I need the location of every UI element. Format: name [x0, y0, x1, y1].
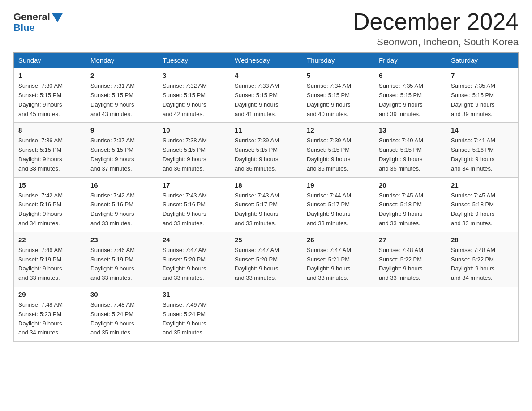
day-number: 24 [163, 236, 225, 244]
day-info: Sunrise: 7:40 AM Sunset: 5:15 PM Dayligh… [379, 136, 442, 173]
calendar-cell: 29 Sunrise: 7:48 AM Sunset: 5:23 PM Dayl… [14, 287, 86, 341]
calendar-cell: 13 Sunrise: 7:40 AM Sunset: 5:15 PM Dayl… [374, 123, 446, 177]
day-info: Sunrise: 7:39 AM Sunset: 5:15 PM Dayligh… [307, 136, 369, 173]
month-title: December 2024 [353, 9, 519, 34]
day-number: 4 [235, 72, 297, 79]
calendar-cell: 25 Sunrise: 7:47 AM Sunset: 5:20 PM Dayl… [230, 232, 302, 287]
day-info: Sunrise: 7:35 AM Sunset: 5:15 PM Dayligh… [379, 81, 442, 119]
day-info: Sunrise: 7:43 AM Sunset: 5:17 PM Dayligh… [235, 191, 297, 228]
calendar-table: SundayMondayTuesdayWednesdayThursdayFrid… [13, 52, 519, 342]
day-number: 13 [379, 126, 442, 134]
header-monday: Monday [86, 53, 158, 68]
calendar-cell: 26 Sunrise: 7:47 AM Sunset: 5:21 PM Dayl… [302, 232, 374, 287]
day-info: Sunrise: 7:33 AM Sunset: 5:15 PM Dayligh… [235, 81, 297, 119]
calendar-cell [230, 287, 302, 341]
calendar-cell: 27 Sunrise: 7:48 AM Sunset: 5:22 PM Dayl… [374, 232, 446, 287]
location: Seonwon, Incheon, South Korea [353, 36, 519, 48]
calendar-week-2: 8 Sunrise: 7:36 AM Sunset: 5:15 PM Dayli… [14, 123, 519, 177]
day-info: Sunrise: 7:31 AM Sunset: 5:15 PM Dayligh… [90, 81, 153, 119]
calendar-cell: 11 Sunrise: 7:39 AM Sunset: 5:15 PM Dayl… [230, 123, 302, 177]
calendar-cell [302, 287, 374, 341]
day-number: 23 [90, 236, 153, 244]
day-number: 17 [163, 181, 225, 189]
day-info: Sunrise: 7:47 AM Sunset: 5:21 PM Dayligh… [307, 246, 369, 283]
calendar-cell: 9 Sunrise: 7:37 AM Sunset: 5:15 PM Dayli… [86, 123, 158, 177]
day-number: 6 [379, 72, 442, 79]
day-number: 19 [307, 181, 369, 189]
logo-blue-text: Blue [13, 22, 35, 34]
calendar-cell: 14 Sunrise: 7:41 AM Sunset: 5:16 PM Dayl… [446, 123, 519, 177]
logo-triangle-icon [51, 13, 63, 22]
day-number: 9 [90, 126, 153, 134]
header-wednesday: Wednesday [230, 53, 302, 68]
day-number: 3 [163, 72, 225, 79]
calendar-week-5: 29 Sunrise: 7:48 AM Sunset: 5:23 PM Dayl… [14, 287, 519, 341]
logo-general-text: General [13, 11, 50, 23]
day-info: Sunrise: 7:48 AM Sunset: 5:22 PM Dayligh… [379, 246, 442, 283]
day-number: 26 [307, 236, 369, 244]
day-info: Sunrise: 7:47 AM Sunset: 5:20 PM Dayligh… [235, 246, 297, 283]
day-info: Sunrise: 7:34 AM Sunset: 5:15 PM Dayligh… [307, 81, 369, 119]
day-number: 16 [90, 181, 153, 189]
logo: General Blue [13, 9, 63, 34]
calendar-cell [374, 287, 446, 341]
calendar-week-4: 22 Sunrise: 7:46 AM Sunset: 5:19 PM Dayl… [14, 232, 519, 287]
day-info: Sunrise: 7:41 AM Sunset: 5:16 PM Dayligh… [451, 136, 514, 173]
day-info: Sunrise: 7:35 AM Sunset: 5:15 PM Dayligh… [451, 81, 514, 119]
day-info: Sunrise: 7:39 AM Sunset: 5:15 PM Dayligh… [235, 136, 297, 173]
day-number: 11 [235, 126, 297, 134]
day-number: 7 [451, 72, 514, 79]
day-info: Sunrise: 7:42 AM Sunset: 5:16 PM Dayligh… [18, 191, 81, 228]
day-number: 27 [379, 236, 442, 244]
day-number: 20 [379, 181, 442, 189]
day-number: 30 [90, 291, 153, 298]
day-info: Sunrise: 7:45 AM Sunset: 5:18 PM Dayligh… [379, 191, 442, 228]
header-friday: Friday [374, 53, 446, 68]
calendar-cell: 2 Sunrise: 7:31 AM Sunset: 5:15 PM Dayli… [86, 68, 158, 123]
day-number: 14 [451, 126, 514, 134]
day-info: Sunrise: 7:36 AM Sunset: 5:15 PM Dayligh… [18, 136, 81, 173]
day-info: Sunrise: 7:43 AM Sunset: 5:16 PM Dayligh… [163, 191, 225, 228]
calendar-cell: 28 Sunrise: 7:48 AM Sunset: 5:22 PM Dayl… [446, 232, 519, 287]
title-section: December 2024 Seonwon, Incheon, South Ko… [353, 9, 519, 48]
day-info: Sunrise: 7:32 AM Sunset: 5:15 PM Dayligh… [163, 81, 225, 119]
calendar-week-3: 15 Sunrise: 7:42 AM Sunset: 5:16 PM Dayl… [14, 177, 519, 232]
calendar-cell: 10 Sunrise: 7:38 AM Sunset: 5:15 PM Dayl… [158, 123, 230, 177]
day-info: Sunrise: 7:44 AM Sunset: 5:17 PM Dayligh… [307, 191, 369, 228]
calendar-body: 1 Sunrise: 7:30 AM Sunset: 5:15 PM Dayli… [14, 68, 519, 342]
header-tuesday: Tuesday [158, 53, 230, 68]
day-number: 29 [18, 291, 81, 298]
calendar-cell: 17 Sunrise: 7:43 AM Sunset: 5:16 PM Dayl… [158, 177, 230, 232]
calendar-cell: 30 Sunrise: 7:48 AM Sunset: 5:24 PM Dayl… [86, 287, 158, 341]
calendar-cell: 18 Sunrise: 7:43 AM Sunset: 5:17 PM Dayl… [230, 177, 302, 232]
calendar-cell: 12 Sunrise: 7:39 AM Sunset: 5:15 PM Dayl… [302, 123, 374, 177]
day-number: 25 [235, 236, 297, 244]
calendar-cell: 1 Sunrise: 7:30 AM Sunset: 5:15 PM Dayli… [14, 68, 86, 123]
day-info: Sunrise: 7:49 AM Sunset: 5:24 PM Dayligh… [163, 300, 225, 338]
day-number: 15 [18, 181, 81, 189]
day-number: 8 [18, 126, 81, 134]
calendar-cell [446, 287, 519, 341]
page-header: General Blue December 2024 Seonwon, Inch… [13, 9, 519, 48]
day-info: Sunrise: 7:38 AM Sunset: 5:15 PM Dayligh… [163, 136, 225, 173]
calendar-cell: 4 Sunrise: 7:33 AM Sunset: 5:15 PM Dayli… [230, 68, 302, 123]
day-info: Sunrise: 7:47 AM Sunset: 5:20 PM Dayligh… [163, 246, 225, 283]
calendar-cell: 20 Sunrise: 7:45 AM Sunset: 5:18 PM Dayl… [374, 177, 446, 232]
day-number: 12 [307, 126, 369, 134]
day-number: 28 [451, 236, 514, 244]
day-info: Sunrise: 7:37 AM Sunset: 5:15 PM Dayligh… [90, 136, 153, 173]
calendar-cell: 16 Sunrise: 7:42 AM Sunset: 5:16 PM Dayl… [86, 177, 158, 232]
calendar-cell: 8 Sunrise: 7:36 AM Sunset: 5:15 PM Dayli… [14, 123, 86, 177]
day-info: Sunrise: 7:48 AM Sunset: 5:24 PM Dayligh… [90, 300, 153, 338]
day-number: 1 [18, 72, 81, 79]
calendar-week-1: 1 Sunrise: 7:30 AM Sunset: 5:15 PM Dayli… [14, 68, 519, 123]
calendar-header-row: SundayMondayTuesdayWednesdayThursdayFrid… [14, 53, 519, 68]
calendar-cell: 3 Sunrise: 7:32 AM Sunset: 5:15 PM Dayli… [158, 68, 230, 123]
header-saturday: Saturday [446, 53, 519, 68]
day-info: Sunrise: 7:48 AM Sunset: 5:22 PM Dayligh… [451, 246, 514, 283]
calendar-cell: 5 Sunrise: 7:34 AM Sunset: 5:15 PM Dayli… [302, 68, 374, 123]
day-number: 18 [235, 181, 297, 189]
calendar-cell: 7 Sunrise: 7:35 AM Sunset: 5:15 PM Dayli… [446, 68, 519, 123]
day-info: Sunrise: 7:45 AM Sunset: 5:18 PM Dayligh… [451, 191, 514, 228]
day-info: Sunrise: 7:46 AM Sunset: 5:19 PM Dayligh… [18, 246, 81, 283]
